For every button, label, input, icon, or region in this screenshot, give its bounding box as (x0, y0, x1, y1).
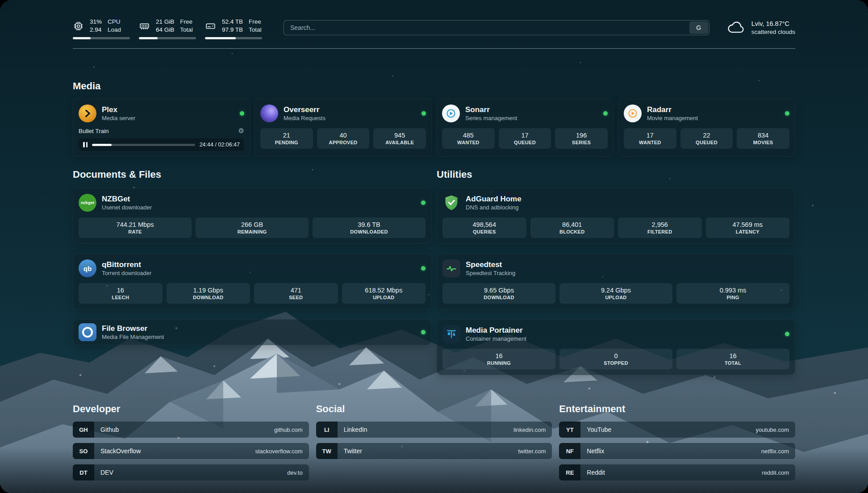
app-link-radarr[interactable]: Radarr Movie management (624, 104, 789, 122)
stat-value: 9.24 Gbps (601, 287, 631, 294)
developer-column: Developer GH Github github.com SO StackO… (73, 403, 309, 480)
app-subtitle: DNS and adblocking (466, 204, 522, 212)
stat-label: APPROVED (329, 140, 357, 145)
bookmark-abbr: SO (73, 443, 94, 459)
cpu-load-value: 2.94 (90, 26, 102, 34)
app-link-adguard[interactable]: AdGuard Home DNS and adblocking (442, 194, 789, 212)
stat-value: 618.52 Mbps (365, 287, 402, 294)
bookmark-stackoverflow[interactable]: SO StackOverflow stackoverflow.com (73, 443, 309, 459)
stats-row: 21 PENDING 40 APPROVED 945 AVAILABLE (260, 128, 426, 149)
settings-gear-icon[interactable]: ⚙ (238, 127, 244, 135)
stat-latency: 47.569 ms LATENCY (706, 217, 790, 238)
bookmark-abbr: GH (73, 422, 94, 438)
stat-value: 1.19 Gbps (193, 287, 223, 294)
bookmark-netflix[interactable]: NF Netflix netflix.com (559, 443, 795, 459)
status-dot-online (240, 111, 244, 116)
app-link-speedtest[interactable]: Speedtest Speedtest Tracking (442, 259, 789, 277)
stats-row: 9.65 Gbps DOWNLOAD 9.24 Gbps UPLOAD 0.99… (442, 283, 789, 304)
stat-label: MOVIES (753, 140, 773, 145)
app-subtitle: Media Requests (284, 115, 326, 122)
app-link-sonarr[interactable]: Sonarr Series management (442, 104, 608, 122)
weather-condition: scattered clouds (751, 28, 795, 37)
cpu-progress-bar (73, 37, 130, 39)
disk-free-label: Free (249, 18, 262, 26)
search-input[interactable] (284, 21, 689, 35)
disk-free-value: 52.4 TB (222, 18, 243, 26)
plex-icon (79, 104, 96, 122)
app-card-radarr: Radarr Movie management 17 WANTED 22 QUE… (618, 99, 795, 157)
memory-icon (139, 21, 150, 32)
weather-widget: Lviv, 16.87°C scattered clouds (726, 19, 795, 37)
app-link-filebrowser[interactable]: File Browser Media File Management (79, 323, 426, 341)
stats-row: 498,564 QUERIES 86,401 BLOCKED 2,956 FIL… (442, 217, 789, 238)
app-name: qBittorrent (102, 260, 151, 269)
stat-stopped: 0 STOPPED (559, 349, 672, 369)
app-link-nzbget[interactable]: nzbget NZBGet Usenet downloader (79, 194, 426, 212)
playback-progress[interactable] (92, 144, 195, 146)
app-subtitle: Movie management (647, 115, 698, 122)
utilities-cards: AdGuard Home DNS and adblocking 498,564 … (437, 188, 795, 375)
bookmark-abbr: TW (316, 443, 338, 459)
app-card-sonarr: Sonarr Series management 485 WANTED 17 Q… (436, 99, 613, 157)
status-dot-online (603, 111, 608, 116)
app-link-qbittorrent[interactable]: qb qBittorrent Torrent downloader (79, 259, 426, 277)
search-bar: G (284, 20, 709, 35)
portainer-icon (442, 325, 460, 343)
bookmark-twitter[interactable]: TW Twitter twitter.com (316, 443, 552, 459)
stat-blocked: 86,401 BLOCKED (530, 217, 614, 238)
stats-row: 16 LEECH 1.19 Gbps DOWNLOAD 471 SEED (79, 283, 426, 304)
bookmark-youtube[interactable]: YT YouTube youtube.com (559, 422, 795, 438)
stat-upload: 618.52 Mbps UPLOAD (342, 283, 426, 304)
cpu-monitor: 31% 2.94 CPU Load (73, 18, 130, 39)
stat-available: 945 AVAILABLE (373, 128, 426, 149)
stat-queued: 17 QUEUED (499, 128, 551, 149)
app-card-filebrowser: File Browser Media File Management (73, 319, 431, 345)
app-link-overseerr[interactable]: Overseerr Media Requests (260, 104, 426, 122)
stat-upload: 9.24 Gbps UPLOAD (559, 283, 672, 304)
app-link-plex[interactable]: Plex Media server (79, 104, 244, 122)
stat-value: 40 (339, 132, 346, 139)
stat-queries: 498,564 QUERIES (442, 217, 526, 238)
stat-label: TOTAL (725, 360, 741, 366)
bookmark-name: Github (100, 426, 119, 433)
status-dot-online (785, 332, 789, 336)
stat-label: FILTERED (647, 229, 672, 234)
ram-progress-bar (139, 37, 196, 39)
social-column: Social LI LinkedIn linkedin.com TW Twitt… (316, 403, 552, 480)
documents-column: Documents & Files nzbget NZBGet Usenet d… (73, 168, 431, 375)
bookmark-name: LinkedIn (344, 426, 367, 433)
stat-value: 471 (291, 287, 301, 294)
stat-running: 16 RUNNING (442, 349, 555, 369)
playback-controls: 24:44 / 02:06:47 (79, 138, 244, 151)
stat-value: 266 GB (241, 221, 263, 228)
app-link-portainer[interactable]: Media Portainer Container management (442, 325, 789, 343)
app-subtitle: Torrent downloader (102, 270, 151, 277)
bookmark-github[interactable]: GH Github github.com (73, 422, 309, 438)
app-card-portainer: Media Portainer Container management 16 … (437, 319, 795, 375)
app-card-adguard: AdGuard Home DNS and adblocking 498,564 … (437, 188, 795, 244)
search-engine-button[interactable]: G (689, 21, 708, 34)
status-dot-online (421, 330, 426, 334)
stat-download: 9.65 Gbps DOWNLOAD (442, 283, 555, 304)
bookmark-reddit[interactable]: RE Reddit reddit.com (559, 464, 795, 480)
status-dot-online (785, 111, 789, 116)
stat-label: STOPPED (604, 360, 628, 366)
app-subtitle: Speedtest Tracking (466, 270, 515, 277)
app-card-overseerr: Overseerr Media Requests 21 PENDING 40 A… (255, 99, 432, 157)
stat-value: 47.569 ms (732, 221, 763, 228)
stat-pending: 21 PENDING (260, 128, 313, 149)
section-title-social: Social (316, 403, 552, 415)
bookmark-name: DEV (100, 469, 113, 476)
developer-bookmarks: GH Github github.com SO StackOverflow st… (73, 422, 309, 480)
playback-time: 24:44 / 02:06:47 (200, 142, 240, 148)
pause-button[interactable] (83, 142, 88, 147)
radarr-icon (624, 104, 642, 122)
app-card-plex: Plex Media server Bullet Train ⚙ 24:44 /… (73, 99, 250, 157)
bookmark-linkedin[interactable]: LI LinkedIn linkedin.com (316, 422, 552, 438)
disk-monitor: 52.4 TB 97.9 TB Free Total (205, 18, 262, 39)
bookmark-dev[interactable]: DT DEV dev.to (73, 464, 309, 480)
stat-wanted: 17 WANTED (624, 128, 676, 149)
stat-label: QUERIES (473, 229, 496, 234)
stat-download: 1.19 Gbps DOWNLOAD (167, 283, 250, 304)
stat-queued: 22 QUEUED (680, 128, 733, 149)
